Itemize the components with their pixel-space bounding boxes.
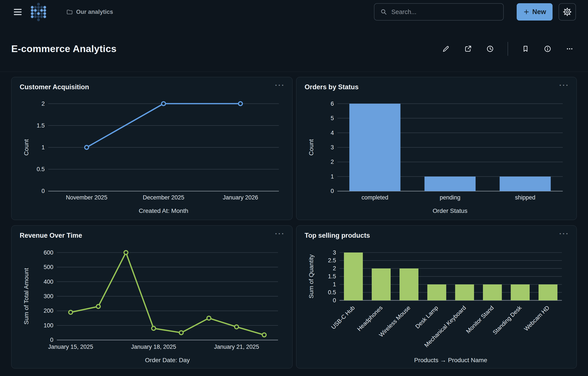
svg-text:400: 400 [44,279,53,285]
card-menu-ellipsis-icon[interactable] [558,229,570,238]
svg-text:1: 1 [42,144,45,151]
pencil-icon[interactable] [441,44,451,53]
plus-icon [523,9,530,15]
gear-icon[interactable] [559,3,576,21]
dashboard-actions [441,42,574,56]
dashboard-header: E-commerce Analytics [0,24,588,72]
svg-text:3: 3 [331,144,334,151]
svg-text:1: 1 [333,281,336,288]
top-nav: Our analytics New [0,0,588,24]
svg-text:Count: Count [23,139,30,156]
chart-canvas-customer-acquisition[interactable]: 00.511.52November 2025December 2025Janua… [11,77,292,220]
search-input[interactable] [391,8,498,16]
svg-text:300: 300 [44,293,53,300]
chart-canvas-orders-by-status[interactable]: 0123456completedpendingshippedOrder Stat… [296,77,577,220]
card-title[interactable]: Top selling products [304,232,370,240]
card-title[interactable]: Revenue Over Time [20,232,82,240]
svg-text:January 2026: January 2026 [223,194,258,201]
svg-text:Webcam HD: Webcam HD [523,304,551,332]
svg-text:Standing Desk: Standing Desk [492,304,523,335]
svg-text:Order Date: Day: Order Date: Day [145,356,190,364]
folder-icon [66,9,73,15]
breadcrumb-label: Our analytics [76,9,113,15]
svg-text:Sum of Quantity: Sum of Quantity [308,254,315,298]
breadcrumb[interactable]: Our analytics [66,9,113,15]
ellipsis-icon[interactable] [565,44,574,53]
svg-text:2.5: 2.5 [328,257,336,264]
svg-text:2: 2 [331,159,334,165]
chart-canvas-top-selling-products[interactable]: 00.511.522.53USB-C HubHeadphonesWireless… [296,226,577,368]
svg-text:Desk Lamp: Desk Lamp [414,304,439,330]
card-title[interactable]: Orders by Status [304,83,359,91]
share-icon[interactable] [463,44,472,53]
svg-text:shipped: shipped [515,194,535,201]
search-box[interactable] [374,3,504,21]
dashboard-grid: Customer Acquisition 00.511.52November 2… [11,77,577,368]
svg-text:0: 0 [331,188,334,194]
hamburger-icon[interactable] [13,8,22,16]
svg-text:1.5: 1.5 [37,122,44,129]
svg-text:January 18, 2025: January 18, 2025 [131,344,176,350]
svg-text:0: 0 [42,188,45,194]
info-icon[interactable] [543,44,552,53]
chart-card-revenue-over-time: Revenue Over Time 0100200300400500600Jan… [11,225,293,368]
svg-text:0.5: 0.5 [328,289,336,296]
page-title: E-commerce Analytics [11,43,116,54]
svg-text:Created At: Month: Created At: Month [139,207,188,214]
svg-text:0: 0 [333,297,336,304]
svg-text:1: 1 [331,173,334,180]
svg-text:0: 0 [50,337,53,343]
svg-text:completed: completed [361,194,388,201]
card-menu-ellipsis-icon[interactable] [274,229,286,238]
svg-text:Monitor Stand: Monitor Stand [465,304,495,335]
card-menu-ellipsis-icon[interactable] [274,81,286,90]
svg-text:January 15, 2025: January 15, 2025 [48,344,93,350]
svg-text:1.5: 1.5 [328,273,336,280]
svg-text:Headphones: Headphones [356,304,384,332]
card-title[interactable]: Customer Acquisition [20,83,89,91]
new-button[interactable]: New [517,3,553,21]
dashboard-page: Our analytics New [0,0,588,376]
svg-text:3: 3 [333,249,336,256]
svg-text:pending: pending [440,194,461,201]
svg-text:6: 6 [331,101,334,107]
card-menu-ellipsis-icon[interactable] [558,81,570,90]
svg-text:January 21, 2025: January 21, 2025 [214,344,259,350]
svg-text:Count: Count [308,139,315,156]
svg-text:600: 600 [44,249,53,256]
svg-text:2: 2 [333,265,336,272]
chart-card-orders-by-status: Orders by Status 0123456completedpending… [296,77,577,220]
actions-divider [508,42,508,56]
chart-card-top-selling-products: Top selling products 00.511.522.53USB-C … [296,225,577,368]
svg-text:100: 100 [44,322,53,329]
clock-icon[interactable] [485,44,495,53]
search-icon [380,8,387,16]
svg-text:USB-C Hub: USB-C Hub [330,304,356,331]
svg-text:4: 4 [331,130,334,136]
chart-card-customer-acquisition: Customer Acquisition 00.511.52November 2… [11,77,293,220]
svg-text:Sum of Total Amount: Sum of Total Amount [23,268,30,324]
svg-text:November 2025: November 2025 [66,194,107,201]
svg-text:2: 2 [42,101,45,107]
svg-text:500: 500 [44,264,53,270]
svg-text:December 2025: December 2025 [143,194,184,201]
metabase-logo-dots [31,3,46,21]
svg-text:Order Status: Order Status [432,207,467,214]
svg-text:5: 5 [331,115,334,121]
svg-text:Products → Product Name: Products → Product Name [414,356,487,364]
metabase-logo[interactable] [31,3,46,21]
svg-text:200: 200 [44,307,53,314]
chart-canvas-revenue-over-time[interactable]: 0100200300400500600January 15, 2025Janua… [11,226,292,368]
bookmark-icon[interactable] [521,44,530,53]
new-button-label: New [532,8,546,16]
gear-glyph [563,7,572,16]
svg-text:0.5: 0.5 [37,166,44,172]
